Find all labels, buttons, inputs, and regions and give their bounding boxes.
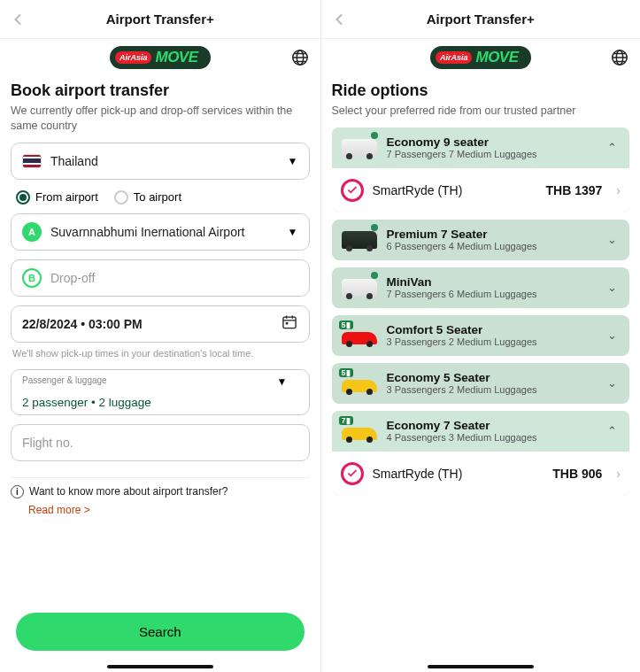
ride-subtitle: 7 Passengers 7 Medium Luggages	[387, 149, 596, 159]
vehicle-icon	[341, 274, 378, 301]
ride-provider-row[interactable]: SmartRyde (TH)THB 1397›	[332, 168, 630, 212]
info-text: Want to know more about airport transfer…	[29, 485, 227, 498]
page-subtitle: Select your preferred ride from our trus…	[332, 104, 630, 119]
screen-booking: Airport Transfer+ AirAsia MOVE Book airp…	[0, 0, 320, 672]
ride-subtitle: 3 Passengers 2 Medium Luggages	[387, 384, 596, 395]
radio-on-icon	[16, 190, 30, 205]
chevron-right-icon: ›	[616, 467, 621, 481]
vehicle-icon	[341, 227, 378, 253]
ride-option: Economy 9 seater7 Passengers 7 Medium Lu…	[332, 127, 630, 212]
datetime-select[interactable]: 22/8/2024 • 03:00 PM	[11, 305, 310, 343]
brand-row: AirAsia MOVE	[0, 39, 320, 76]
divider	[11, 477, 310, 478]
chevron-down-icon: ▼	[288, 155, 298, 167]
brand-row: AirAsia MOVE	[321, 39, 641, 76]
language-button[interactable]	[290, 48, 310, 67]
provider-logo-icon	[341, 179, 364, 202]
country-select[interactable]: Thailand ▼	[11, 143, 310, 180]
ride-option-header[interactable]: Premium 7 Seater6 Passengers 4 Medium Lu…	[332, 220, 630, 260]
radio-to-airport[interactable]: To airport	[114, 190, 181, 205]
home-indicator	[107, 665, 213, 668]
brand-airasia: AirAsia	[115, 51, 152, 64]
screen-ride-options: Airport Transfer+ AirAsia MOVE Ride opti…	[320, 0, 641, 672]
dropoff-placeholder: Drop-off	[50, 271, 95, 285]
status-dot	[371, 132, 378, 139]
location-b-badge: B	[22, 268, 42, 288]
language-button[interactable]	[610, 48, 629, 67]
page-subtitle: We currently offer pick-up and drop-off …	[11, 104, 310, 134]
ride-option: 7▮Economy 7 Seater4 Passengers 3 Medium …	[332, 411, 630, 496]
search-button[interactable]: Search	[16, 613, 305, 651]
globe-icon	[290, 48, 310, 67]
ride-option: Premium 7 Seater6 Passengers 4 Medium Lu…	[332, 220, 630, 260]
readmore-link[interactable]: Read more >	[28, 504, 310, 516]
provider-name: SmartRyde (TH)	[373, 467, 463, 481]
radio-from-airport[interactable]: From airport	[16, 190, 98, 205]
ride-option-header[interactable]: 7▮Economy 7 Seater4 Passengers 3 Medium …	[332, 411, 630, 452]
radio-to-label: To airport	[134, 190, 181, 204]
pax-luggage-select[interactable]: Passenger & luggage 2 passenger • 2 lugg…	[11, 369, 310, 415]
brand-logo: AirAsia MOVE	[110, 46, 211, 69]
radio-from-label: From airport	[35, 190, 98, 204]
flag-thailand-icon	[22, 154, 42, 168]
provider-price: THB 906	[552, 467, 602, 481]
ride-subtitle: 7 Passengers 6 Medium Luggages	[387, 289, 596, 299]
country-value: Thailand	[50, 154, 98, 168]
status-dot	[371, 272, 378, 279]
back-button[interactable]	[330, 11, 351, 28]
chevron-down-icon: ⌄	[604, 277, 621, 297]
ride-name: Economy 7 Seater	[387, 419, 596, 432]
capacity-badge: 5▮	[339, 368, 353, 377]
back-button[interactable]	[9, 11, 30, 28]
svg-rect-3	[285, 322, 288, 325]
flight-number-input[interactable]: Flight no.	[11, 424, 310, 461]
chevron-down-icon: ⌄	[604, 325, 621, 345]
provider-price: THB 1397	[546, 183, 603, 197]
chevron-down-icon: ▼	[277, 375, 288, 388]
vehicle-icon	[341, 135, 378, 161]
ride-name: Comfort 5 Seater	[387, 323, 596, 336]
ride-subtitle: 6 Passengers 4 Medium Luggages	[387, 241, 596, 251]
capacity-badge: 5▮	[339, 321, 353, 329]
flight-placeholder: Flight no.	[22, 436, 73, 450]
ride-name: Premium 7 Seater	[387, 228, 596, 241]
calendar-icon	[281, 313, 298, 335]
status-dot	[371, 224, 378, 231]
vehicle-icon: 5▮	[341, 370, 378, 397]
chevron-down-icon: ⌄	[604, 229, 621, 250]
ride-option: MiniVan7 Passengers 6 Medium Luggages⌄	[332, 267, 630, 308]
ride-provider-row[interactable]: SmartRyde (TH)THB 906›	[332, 452, 630, 496]
capacity-badge: 7▮	[339, 416, 353, 425]
ride-option-header[interactable]: 5▮Comfort 5 Seater3 Passengers 2 Medium …	[332, 315, 630, 356]
chevron-left-icon	[330, 11, 348, 28]
chevron-up-icon: ⌃	[604, 421, 621, 441]
pickup-select[interactable]: A Suvarnnabhumi Inernational Airport ▼	[11, 213, 310, 251]
chevron-left-icon	[9, 11, 27, 28]
ride-subtitle: 3 Passengers 2 Medium Luggages	[387, 336, 596, 347]
topbar: Airport Transfer+	[0, 0, 320, 39]
chevron-up-icon: ⌃	[604, 137, 621, 158]
pickup-value: Suvarnnabhumi Inernational Airport	[50, 225, 244, 239]
ride-name: Economy 5 Seater	[387, 371, 596, 384]
brand-airasia: AirAsia	[436, 51, 473, 64]
dropoff-select[interactable]: B Drop-off	[11, 259, 310, 297]
ride-option-header[interactable]: 5▮Economy 5 Seater3 Passengers 2 Medium …	[332, 363, 630, 404]
vehicle-icon: 7▮	[341, 418, 378, 444]
ride-option-header[interactable]: MiniVan7 Passengers 6 Medium Luggages⌄	[332, 267, 630, 308]
datetime-value: 22/8/2024 • 03:00 PM	[22, 317, 143, 331]
ride-option: 5▮Comfort 5 Seater3 Passengers 2 Medium …	[332, 315, 630, 356]
brand-move: MOVE	[475, 49, 518, 66]
page-header-title: Airport Transfer+	[30, 12, 290, 27]
page-header-title: Airport Transfer+	[351, 12, 611, 27]
location-a-badge: A	[22, 222, 42, 242]
chevron-down-icon: ▼	[288, 226, 298, 238]
info-row: i Want to know more about airport transf…	[11, 485, 310, 498]
ride-option: 5▮Economy 5 Seater3 Passengers 2 Medium …	[332, 363, 630, 404]
chevron-right-icon: ›	[616, 183, 621, 197]
provider-name: SmartRyde (TH)	[373, 183, 463, 197]
globe-icon	[610, 48, 629, 67]
provider-logo-icon	[341, 462, 364, 485]
topbar: Airport Transfer+	[321, 0, 641, 39]
home-indicator	[428, 665, 534, 668]
ride-option-header[interactable]: Economy 9 seater7 Passengers 7 Medium Lu…	[332, 127, 630, 168]
